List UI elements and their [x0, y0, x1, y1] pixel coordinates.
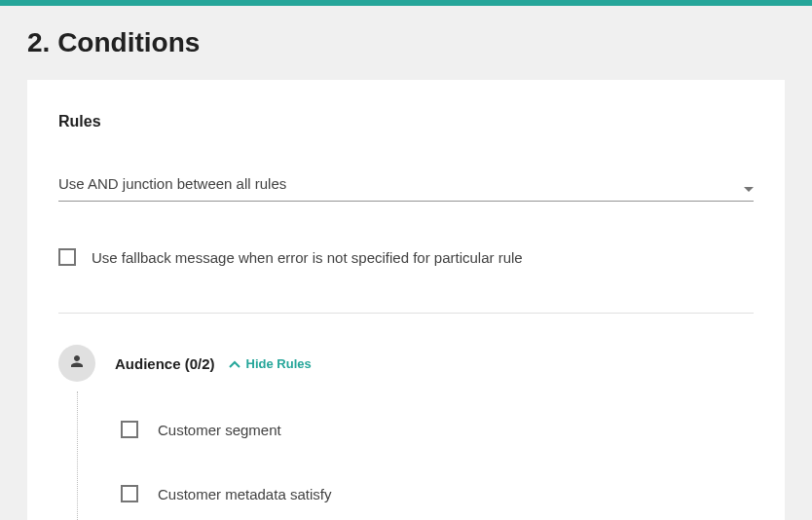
rule-label: Customer metadata satisfy [158, 486, 331, 502]
caret-down-icon [744, 179, 754, 197]
section-title: 2. Conditions [27, 27, 785, 58]
person-icon [68, 353, 86, 374]
fallback-checkbox-label: Use fallback message when error is not s… [92, 249, 523, 266]
rules-panel: Rules Use AND junction between all rules… [27, 80, 785, 520]
audience-content: Audience (0/2) Hide Rules Customer segme… [115, 345, 754, 520]
tree-line [77, 391, 78, 520]
panel-title: Rules [58, 113, 754, 130]
audience-section: Audience (0/2) Hide Rules Customer segme… [58, 345, 754, 520]
hide-rules-toggle[interactable]: Hide Rules [229, 354, 312, 372]
junction-select-value: Use AND junction between all rules [58, 175, 286, 192]
divider [58, 313, 754, 314]
junction-select[interactable]: Use AND junction between all rules [58, 175, 754, 202]
hide-rules-label: Hide Rules [246, 356, 312, 371]
chevron-up-icon [229, 354, 240, 372]
fallback-checkbox-row: Use fallback message when error is not s… [58, 248, 754, 266]
rule-checkbox-customer-metadata[interactable] [121, 485, 138, 502]
section-header: 2. Conditions [0, 6, 812, 80]
rule-row-customer-metadata: Customer metadata satisfy [115, 485, 754, 502]
audience-icon-column [58, 345, 95, 520]
rule-row-customer-segment: Customer segment [115, 421, 754, 438]
audience-header: Audience (0/2) Hide Rules [115, 345, 754, 382]
rule-label: Customer segment [158, 422, 281, 438]
fallback-checkbox[interactable] [58, 248, 76, 266]
audience-icon-circle [58, 345, 95, 382]
rule-checkbox-customer-segment[interactable] [121, 421, 138, 438]
audience-title: Audience (0/2) [115, 355, 215, 372]
